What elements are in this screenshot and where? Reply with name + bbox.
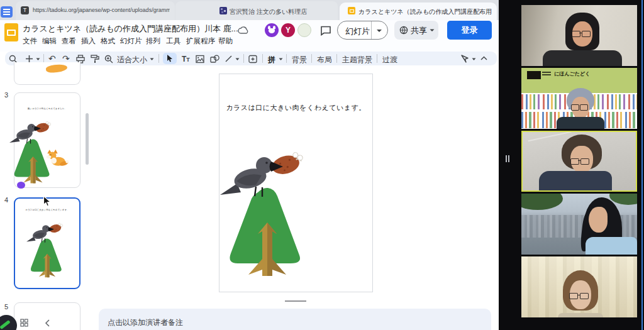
screen: T https://tadoku.org/japanese/wp-content… — [0, 0, 644, 330]
background-button[interactable]: 背景 — [292, 55, 307, 65]
tab-list-icon[interactable] — [1, 6, 13, 18]
slide-4-thumbnail-selected[interactable]: カラスは口に大きい肉をくわえています。 — [14, 197, 80, 289]
signin-button[interactable]: 登录 — [447, 21, 492, 40]
shape-icon[interactable] — [210, 55, 219, 63]
menu-tools[interactable]: 工具 — [166, 36, 180, 46]
line-caret-icon[interactable] — [235, 58, 240, 61]
filmstrip-scrollbar[interactable] — [86, 113, 89, 165]
slideshow-divider — [371, 21, 372, 39]
slide-2-thumbnail-partial[interactable] — [14, 62, 80, 85]
slide-5-number: 5 — [4, 303, 8, 311]
video-tile-4[interactable] — [521, 194, 637, 255]
participant-torso — [558, 313, 603, 317]
avatar[interactable] — [265, 23, 279, 37]
participant-torso — [586, 237, 637, 255]
collapse-filmstrip-icon[interactable] — [45, 319, 50, 327]
browser-tab-1[interactable]: T https://tadoku.org/japanese/wp-content… — [16, 1, 175, 20]
theme-button[interactable]: 主题背景 — [342, 55, 372, 65]
line-tool-icon[interactable] — [225, 55, 233, 63]
video-tile-2[interactable]: にほんごたどく — [521, 68, 637, 129]
menu-arrange[interactable]: 排列 — [146, 36, 160, 46]
participant-torso — [557, 117, 604, 129]
menu-file[interactable]: 文件 — [23, 36, 37, 46]
comment-icon[interactable] — [320, 26, 331, 36]
image-icon[interactable] — [196, 55, 204, 63]
grid-view-icon[interactable] — [20, 319, 28, 327]
share-caret-icon[interactable] — [430, 29, 435, 32]
insert-comment-icon[interactable] — [248, 55, 257, 63]
pin-button[interactable]: 拼 — [268, 55, 275, 65]
slideshow-button[interactable]: 幻灯片 — [337, 21, 388, 40]
slide-text[interactable]: カラスは口に大きい肉をくわえています。 — [219, 103, 373, 113]
menu-extensions[interactable]: 扩展程序 — [186, 36, 215, 46]
menu-edit[interactable]: 编辑 — [42, 36, 57, 46]
participant-torso — [543, 50, 622, 66]
cloud-status-icon — [238, 26, 249, 35]
textbox-icon[interactable]: TT — [182, 55, 190, 63]
menu-help[interactable]: 帮助 — [218, 36, 233, 46]
slideshow-label: 幻灯片 — [345, 26, 370, 37]
zoom-icon[interactable] — [104, 55, 113, 63]
menu-view[interactable]: 查看 — [62, 36, 76, 46]
tile2-label: にほんごたどく — [554, 70, 590, 77]
laser-pointer-icon[interactable] — [460, 54, 469, 63]
laser-caret-icon[interactable] — [472, 58, 476, 61]
share-label: 共享 — [411, 25, 427, 36]
participant-torso — [539, 171, 612, 191]
paint-format-icon[interactable] — [91, 55, 99, 63]
browser-tab-3-active[interactable]: カラスとキツネ（読みもの作成入門講座配布用）川本 鹿... — [340, 3, 497, 20]
signin-label: 登录 — [462, 25, 478, 36]
collapse-toolbar-icon[interactable] — [480, 56, 487, 60]
avatar[interactable]: Y — [281, 23, 295, 37]
slide-crow-tree-illustration[interactable] — [220, 148, 314, 293]
slide-4-crow-tree — [26, 221, 68, 285]
fox-lying-illustration — [45, 63, 67, 73]
panel-drag-handle[interactable] — [506, 155, 509, 162]
participant-face — [589, 207, 608, 233]
tab-1-title: https://tadoku.org/japanese/wp-content/u… — [33, 7, 170, 13]
menu-format[interactable]: 格式 — [101, 36, 115, 46]
tab-2-favicon — [219, 7, 227, 14]
tab-3-title: カラスとキツネ（読みもの作成入門講座配布用）川本 鹿... — [358, 8, 492, 16]
slide-3-fox — [45, 148, 69, 167]
notes-resize-handle[interactable] — [285, 300, 306, 302]
menu-slide[interactable]: 幻灯片 — [120, 36, 142, 46]
share-button[interactable]: 共享 — [394, 21, 438, 40]
video-tile-3-active-speaker[interactable] — [521, 131, 637, 192]
select-tool-active[interactable] — [163, 53, 177, 64]
speaker-notes[interactable]: 点击以添加演讲者备注 — [99, 309, 491, 330]
mouse-cursor — [43, 195, 51, 207]
tile2-logo — [527, 71, 541, 79]
globe-icon — [399, 26, 408, 35]
pencil-icon — [0, 320, 11, 329]
layout-button[interactable]: 布局 — [317, 55, 332, 65]
menu-insert[interactable]: 插入 — [81, 36, 96, 46]
slides-logo-icon[interactable] — [4, 23, 18, 41]
doc-title[interactable]: カラスとキツネ（読みもの作成入門講座配布用）川本 鹿... — [23, 23, 238, 35]
new-slide-caret-icon[interactable] — [36, 58, 40, 61]
slide-3-caption: 黒いカラスが肉をくわえてきました。 — [14, 107, 80, 110]
pin-caret-icon[interactable] — [279, 58, 283, 61]
slide-4-number: 4 — [4, 196, 8, 204]
window-edge-line — [641, 0, 643, 330]
fit-zoom-select[interactable]: 适合大小 — [117, 55, 147, 65]
slide-4-caption: カラスは口に大きい肉をくわえています。 — [15, 209, 79, 211]
browser-tab-2[interactable]: 宮沢賢治 注文の多い料理店 — [175, 1, 338, 20]
transition-button[interactable]: 过渡 — [382, 55, 397, 65]
tab-3-favicon — [348, 7, 355, 14]
slide-3-thumbnail[interactable]: 黒いカラスが肉をくわえてきました。 — [14, 92, 80, 188]
video-tile-1[interactable] — [521, 5, 637, 66]
speaker-notes-placeholder: 点击以添加演讲者备注 — [108, 317, 183, 328]
avatar[interactable] — [297, 23, 311, 37]
slide-3-number: 3 — [4, 91, 8, 99]
video-tile-5[interactable] — [521, 256, 637, 317]
fit-caret-icon[interactable] — [150, 58, 154, 61]
collaborator-dot — [17, 182, 25, 189]
tab-1-favicon: T — [21, 6, 29, 14]
slideshow-caret-icon[interactable] — [376, 29, 382, 33]
tab-2-title: 宮沢賢治 注文の多い料理店 — [230, 8, 333, 16]
foliage — [521, 194, 563, 210]
